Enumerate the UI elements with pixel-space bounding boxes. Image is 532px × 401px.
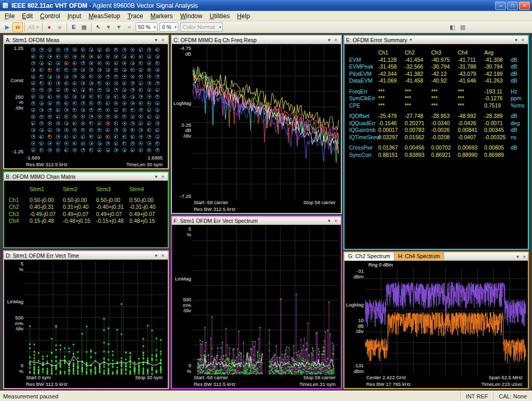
table-cell: IQTimeSkew <box>349 134 378 141</box>
panel-c-close-icon[interactable]: × <box>332 37 339 43</box>
panel-a-titlebar[interactable]: A: Strm1 OFDM Meas ▾ × <box>4 36 168 44</box>
table-cell: 0.83893 <box>405 152 431 159</box>
input-channel-all-dropdown[interactable]: All ▾ <box>26 22 41 32</box>
err-vect-time-plot[interactable] <box>25 261 166 375</box>
layout-grid-button[interactable]: ▦ <box>79 22 89 32</box>
table-cell: -0.1276 <box>484 95 511 102</box>
panel-f-titlebar[interactable]: F: Strm1 OFDM Err Vect Spectrum ▾ × <box>172 217 341 225</box>
table-cell: -41.454 <box>405 57 431 64</box>
pause-button[interactable]: ▮▮ <box>12 22 23 32</box>
table-cell: dB <box>511 127 525 134</box>
menu-item-markers[interactable]: Markers <box>147 11 176 21</box>
table-cell: -25.479 <box>378 113 405 120</box>
table-cell: -30.794 <box>484 63 511 71</box>
x-axis-stop-label: Stop 58 carrier <box>303 199 336 206</box>
record-button[interactable]: ● <box>44 22 55 32</box>
timelen-label: TimeLen 30 sym <box>126 162 163 168</box>
panel-a-menu-icon[interactable]: ▾ <box>153 37 159 43</box>
marker-clear-button[interactable]: × <box>124 22 135 32</box>
panel-g-menu-icon[interactable]: ▾ <box>514 254 521 259</box>
table-cell: -0.0407 <box>458 134 484 141</box>
table-cell: 0.7519 <box>484 102 511 110</box>
panel-c-title: C: OFDM MIMO Eq Ch Freq Resp <box>174 37 257 43</box>
status-bar: Measurement paused INT REF CAL: None <box>0 391 532 401</box>
table-cell: 0.50-j0.00 <box>129 197 163 204</box>
window-arrange-button[interactable]: ◧ <box>447 22 458 32</box>
panel-f-menu-icon[interactable]: ▾ <box>326 218 332 223</box>
marker-move-button[interactable]: ▼ <box>103 22 114 32</box>
table-cell: -32.566 <box>405 63 431 71</box>
table-cell: dB <box>511 57 525 64</box>
window-tile-button[interactable]: ▥ <box>458 22 468 32</box>
menu-item-utilities[interactable]: Utilities <box>206 11 233 21</box>
maximize-button[interactable]: □ <box>507 2 518 10</box>
close-button[interactable]: × <box>519 2 530 10</box>
panel-b-menu-icon[interactable]: ▾ <box>153 174 159 179</box>
menu-item-help[interactable]: Help <box>233 11 254 21</box>
menu-item-meassetup[interactable]: MeasSetup <box>85 11 124 21</box>
menu-item-input[interactable]: Input <box>64 11 85 21</box>
menu-item-file[interactable]: File <box>1 11 18 21</box>
window-title-demo-name: IEEE 802.11ac VHT OFDM <box>11 2 87 9</box>
table-cell: 0.01562 <box>405 134 431 141</box>
panel-d-titlebar[interactable]: D: Strm1 OFDM Err Vect Time ▾ × <box>4 251 168 260</box>
panel-ofdm-mimo-chan-matrix: B: OFDM MIMO Chan Matrix ▾ × Strm1Strm2S… <box>3 171 169 248</box>
autorange-button[interactable]: ◆ <box>55 22 65 32</box>
y-axis-scale-label: 10 dB /div <box>356 318 364 335</box>
zoom-percent-combo[interactable]: 50 %▾ <box>136 22 157 32</box>
marker-peak-button[interactable]: ▼ <box>114 22 124 32</box>
window-title-app-name: - Agilent 89600B Vector Signal Analysis <box>87 2 198 9</box>
table-cell: CPE <box>349 102 378 110</box>
offset-percent-combo[interactable]: 0 %▾ <box>159 22 178 32</box>
color-mode-combo[interactable]: Color Normal▾ <box>180 22 223 32</box>
menu-item-window[interactable]: Window <box>177 11 206 21</box>
menu-item-control[interactable]: Control <box>36 11 64 21</box>
table-cell: IQQuadErr <box>349 120 378 127</box>
table-cell: 0.40-j0.31 <box>30 204 63 211</box>
table-cell: Ch4 <box>9 218 30 225</box>
panel-c-titlebar[interactable]: C: OFDM MIMO Eq Ch Freq Resp ▾ × <box>172 36 341 44</box>
panel-d-menu-icon[interactable]: ▾ <box>153 253 159 258</box>
tab-ch2-spectrum[interactable]: G: Ch2 Spectrum <box>344 252 394 261</box>
freq-resp-plot[interactable] <box>193 45 339 199</box>
table-cell: dB <box>511 63 525 71</box>
constellation-plot[interactable] <box>25 45 166 155</box>
menu-item-edit[interactable]: Edit <box>18 11 36 21</box>
panel-a-title: A: Strm1 OFDM Meas <box>6 37 59 43</box>
err-vect-spectrum-plot[interactable] <box>193 226 339 375</box>
table-cell: dB <box>511 71 525 78</box>
panel-c-menu-icon[interactable]: ▾ <box>326 37 332 43</box>
table-cell: -0.0208 <box>431 134 458 141</box>
table-spacer <box>349 109 525 113</box>
panel-e-close-icon[interactable]: × <box>520 37 526 43</box>
x-axis-span-label: Span 62.5 MHz <box>489 375 523 381</box>
play-button[interactable]: ▶ <box>2 22 12 32</box>
table-header-cell: Strm3 <box>96 186 129 193</box>
panel-g-close-icon[interactable]: × <box>521 254 528 259</box>
table-cell <box>511 152 525 159</box>
panel-e-titlebar[interactable]: E: OFDM Error Summary ▾ ▾ × <box>344 36 528 44</box>
panel-e-menu-icon[interactable]: ▾ <box>513 37 520 43</box>
tab-ch4-spectrum[interactable]: H: Ch4 Spectrum <box>394 252 444 261</box>
y-axis-scale-label: 0.25 dB /div <box>182 123 192 139</box>
minimize-button[interactable]: – <box>495 2 506 10</box>
table-cell: 0.31+j0.40 <box>63 204 96 211</box>
panel-d-close-icon[interactable]: × <box>159 253 166 258</box>
table-cell: %rms <box>511 102 525 110</box>
error-summary-table: Ch1Ch2Ch3Ch4AvgEVM-41.128-41.454-40.975-… <box>344 45 528 158</box>
table-cell: 0.00345 <box>484 127 511 134</box>
panel-b-titlebar[interactable]: B: OFDM MIMO Chan Matrix ▾ × <box>4 172 168 181</box>
equalizer-button[interactable]: E <box>69 22 79 32</box>
table-cell: SymClkErr <box>349 95 378 102</box>
spectrum-plot[interactable] <box>365 268 526 375</box>
table-cell: ns <box>511 134 525 141</box>
panel-e-trace-dropdown-icon[interactable]: ▾ <box>410 37 412 42</box>
select-cursor-button[interactable]: ↖ <box>93 22 103 32</box>
panel-f-close-icon[interactable]: × <box>332 218 339 223</box>
reference-status-label: INT REF <box>460 391 494 401</box>
menu-item-trace[interactable]: Trace <box>124 11 147 21</box>
panel-a-close-icon[interactable]: × <box>159 37 166 43</box>
table-cell: dB <box>511 144 525 152</box>
table-cell: CrossPwr <box>349 144 378 152</box>
panel-b-close-icon[interactable]: × <box>159 174 166 179</box>
